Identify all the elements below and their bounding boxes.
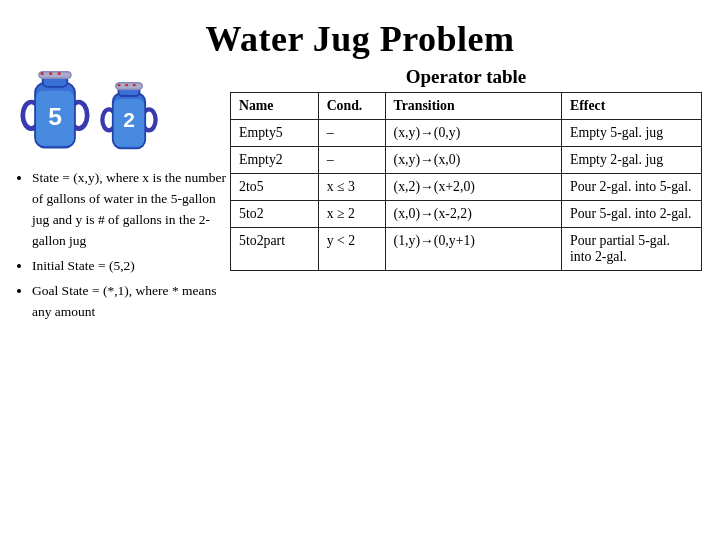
cell-name-1: Empty2 bbox=[231, 147, 319, 174]
cell-cond-4: y < 2 bbox=[318, 228, 385, 271]
operator-label: Operator table bbox=[230, 66, 702, 88]
cell-transition-0: (x,y)→(0,y) bbox=[385, 120, 561, 147]
jugs-row: 5 bbox=[20, 66, 168, 156]
svg-text:5: 5 bbox=[48, 103, 62, 130]
page-title: Water Jug Problem bbox=[0, 0, 720, 66]
cell-cond-3: x ≥ 2 bbox=[318, 201, 385, 228]
cell-name-2: 2to5 bbox=[231, 174, 319, 201]
header-name: Name bbox=[231, 93, 319, 120]
cell-name-4: 5to2part bbox=[231, 228, 319, 271]
bullet-2: Initial State = (5,2) bbox=[32, 256, 230, 277]
header-effect: Effect bbox=[562, 93, 702, 120]
header-transition: Transition bbox=[385, 93, 561, 120]
table-row: 5to2party < 2(1,y)→(0,y+1)Pour partial 5… bbox=[231, 228, 702, 271]
cell-transition-4: (1,y)→(0,y+1) bbox=[385, 228, 561, 271]
table-header-row: Name Cond. Transition Effect bbox=[231, 93, 702, 120]
bullet-list: State = (x,y), where x is the number of … bbox=[28, 168, 230, 326]
table-row: 2to5x ≤ 3(x,2)→(x+2,0)Pour 2-gal. into 5… bbox=[231, 174, 702, 201]
table-row: Empty2–(x,y)→(x,0)Empty 2-gal. jug bbox=[231, 147, 702, 174]
big-jug-container: 5 bbox=[20, 66, 90, 156]
cell-cond-0: – bbox=[318, 120, 385, 147]
table-row: 5to2x ≥ 2(x,0)→(x-2,2)Pour 5-gal. into 2… bbox=[231, 201, 702, 228]
cell-effect-0: Empty 5-gal. jug bbox=[562, 120, 702, 147]
cell-name-3: 5to2 bbox=[231, 201, 319, 228]
cell-effect-2: Pour 2-gal. into 5-gal. bbox=[562, 174, 702, 201]
cell-effect-4: Pour partial 5-gal. into 2-gal. bbox=[562, 228, 702, 271]
cell-transition-1: (x,y)→(x,0) bbox=[385, 147, 561, 174]
cell-cond-1: – bbox=[318, 147, 385, 174]
header-cond: Cond. bbox=[318, 93, 385, 120]
table-row: Empty5–(x,y)→(0,y)Empty 5-gal. jug bbox=[231, 120, 702, 147]
small-jug-icon: 2 bbox=[100, 78, 158, 156]
bullet-1: State = (x,y), where x is the number of … bbox=[32, 168, 230, 252]
operator-table: Name Cond. Transition Effect Empty5–(x,y… bbox=[230, 92, 702, 271]
svg-rect-5 bbox=[39, 72, 71, 79]
bullet-3: Goal State = (*,1), where * means any am… bbox=[32, 281, 230, 323]
left-panel: 5 bbox=[10, 66, 230, 326]
cell-effect-1: Empty 2-gal. jug bbox=[562, 147, 702, 174]
small-jug-container: 2 bbox=[100, 78, 158, 156]
cell-effect-3: Pour 5-gal. into 2-gal. bbox=[562, 201, 702, 228]
svg-text:2: 2 bbox=[123, 108, 135, 131]
right-panel: Operator table Name Cond. Transition Eff… bbox=[230, 66, 702, 271]
cell-cond-2: x ≤ 3 bbox=[318, 174, 385, 201]
big-jug-icon: 5 bbox=[20, 66, 90, 156]
cell-name-0: Empty5 bbox=[231, 120, 319, 147]
cell-transition-2: (x,2)→(x+2,0) bbox=[385, 174, 561, 201]
cell-transition-3: (x,0)→(x-2,2) bbox=[385, 201, 561, 228]
